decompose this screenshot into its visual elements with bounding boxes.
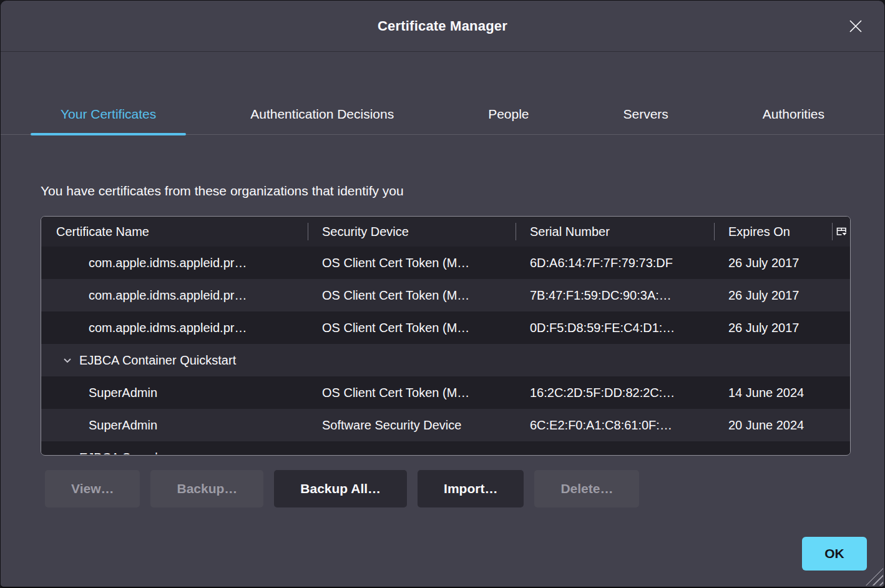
cert-serial: 6C:E2:F0:A1:C8:61:0F:…: [516, 418, 715, 433]
table-group-row[interactable]: EJBCA Container Quickstart: [41, 344, 850, 376]
tab-label: People: [488, 107, 529, 122]
chevron-down-icon[interactable]: [63, 358, 72, 363]
tab-label: Authorities: [763, 107, 824, 122]
cert-name: com.apple.idms.appleid.pr…: [41, 321, 308, 335]
column-header-certificate-name[interactable]: Certificate Name: [41, 217, 308, 247]
title-bar: Certificate Manager: [1, 1, 884, 52]
close-icon: [848, 18, 864, 34]
tab-servers[interactable]: Servers: [593, 94, 698, 134]
cert-device: OS Client Cert Token (M…: [308, 321, 516, 335]
table-body: com.apple.idms.appleid.pr… OS Client Cer…: [41, 247, 850, 454]
resize-grip[interactable]: [866, 568, 883, 586]
column-picker-button[interactable]: [833, 217, 850, 247]
ok-button[interactable]: OK: [802, 537, 867, 571]
column-header-expires-on[interactable]: Expires On: [715, 217, 833, 247]
column-header-security-device[interactable]: Security Device: [308, 217, 516, 247]
table-row[interactable]: com.apple.idms.appleid.pr… OS Client Cer…: [41, 311, 850, 344]
partially-visible-row: EJBCA Sample: [41, 441, 850, 454]
tab-strip: Your Certificates Authentication Decisio…: [1, 52, 884, 135]
backup-all-button[interactable]: Backup All…: [274, 470, 407, 507]
tab-label: Your Certificates: [61, 107, 156, 122]
backup-button[interactable]: Backup…: [150, 470, 263, 507]
tab-people[interactable]: People: [458, 94, 559, 134]
cert-device: OS Client Cert Token (M…: [308, 288, 516, 303]
cert-expires: 20 June 2024: [715, 418, 833, 433]
column-picker-icon: [836, 227, 847, 237]
tab-authentication-decisions[interactable]: Authentication Decisions: [220, 94, 424, 134]
cert-name: SuperAdmin: [41, 418, 308, 433]
tab-label: Servers: [623, 107, 668, 122]
description-text: You have certificates from these organiz…: [41, 184, 849, 198]
import-button[interactable]: Import…: [418, 470, 524, 507]
cert-serial: 6D:A6:14:7F:7F:79:73:DF: [516, 256, 715, 270]
view-button[interactable]: View…: [45, 470, 140, 507]
cert-device: Software Security Device: [308, 418, 516, 433]
delete-button[interactable]: Delete…: [534, 470, 639, 507]
cert-name: com.apple.idms.appleid.pr…: [41, 256, 308, 270]
cert-expires: 26 July 2017: [715, 288, 833, 303]
cert-name: SuperAdmin: [41, 386, 308, 400]
table-group-row[interactable]: EJBCA Sample: [41, 441, 850, 454]
cert-expires: 26 July 2017: [715, 321, 833, 335]
column-header-serial-number[interactable]: Serial Number: [516, 217, 715, 247]
cert-device: OS Client Cert Token (M…: [308, 386, 516, 400]
dialog-title: Certificate Manager: [378, 18, 507, 34]
group-label: EJBCA Sample: [79, 451, 165, 455]
tab-authorities[interactable]: Authorities: [733, 94, 854, 134]
action-button-row: View… Backup… Backup All… Import… Delete…: [45, 470, 884, 507]
cert-name: com.apple.idms.appleid.pr…: [41, 288, 308, 303]
table-header: Certificate Name Security Device Serial …: [41, 217, 850, 247]
cert-expires: 14 June 2024: [715, 386, 833, 400]
tab-your-certificates[interactable]: Your Certificates: [31, 94, 186, 134]
table-row[interactable]: SuperAdmin Software Security Device 6C:E…: [41, 409, 850, 441]
tab-label: Authentication Decisions: [250, 107, 394, 122]
table-row[interactable]: SuperAdmin OS Client Cert Token (M… 16:2…: [41, 376, 850, 409]
cert-serial: 7B:47:F1:59:DC:90:3A:…: [516, 288, 715, 303]
group-label: EJBCA Container Quickstart: [79, 353, 236, 368]
cert-device: OS Client Cert Token (M…: [308, 256, 516, 270]
close-button[interactable]: [843, 14, 868, 39]
cert-serial: 16:2C:2D:5F:DD:82:2C:…: [516, 386, 715, 400]
certificate-manager-dialog: Certificate Manager Your Certificates Au…: [0, 0, 885, 588]
table-row[interactable]: com.apple.idms.appleid.pr… OS Client Cer…: [41, 247, 850, 279]
cert-serial: 0D:F5:D8:59:FE:C4:D1:…: [516, 321, 715, 335]
table-row[interactable]: com.apple.idms.appleid.pr… OS Client Cer…: [41, 279, 850, 311]
cert-expires: 26 July 2017: [715, 256, 833, 270]
certificates-table: Certificate Name Security Device Serial …: [41, 216, 851, 456]
